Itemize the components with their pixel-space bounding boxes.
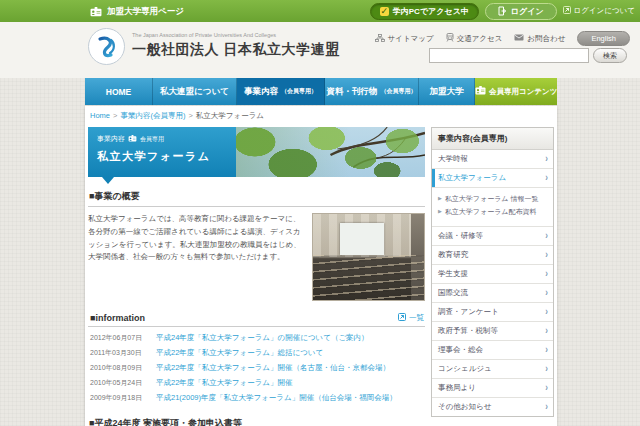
triangle-bullet-icon [438,194,442,204]
sidebar-item-international-exchange[interactable]: 国際交流 [432,284,553,303]
search-input[interactable] [429,48,589,63]
page-title-banner: 事業内容 会員専用 私立大学フォーラム [88,127,425,177]
chevron-right-icon [545,363,548,374]
tab-business[interactable]: 事業内容 （会員専用） [237,78,325,105]
breadcrumb-current: 私立大学フォーラム [196,111,264,120]
tab-home[interactable]: HOME [85,78,153,105]
tab-member-universities[interactable]: 加盟大学 [419,78,475,105]
chevron-right-icon [545,230,548,241]
chevron-right-icon [545,153,548,164]
tab-publications[interactable]: 資料・刊行物 （会員専用） [325,78,419,105]
sidebar-item-education-research[interactable]: 教育研究 [432,246,553,265]
triangle-bullet-icon [438,207,442,217]
sidebar-item-government-budget-tax[interactable]: 政府予算・税制等 [432,322,553,341]
sidebar: 事業内容(会員専用) 大学時報 私立大学フォーラム 私立大学フォーラム 情報一覧… [431,125,554,426]
sidebar-item-board-general-meeting[interactable]: 理事会・総会 [432,341,553,360]
member-page-label: 加盟大学専用ページ [107,6,184,18]
tab-members-only-content[interactable]: 会員専用コンテンツ [475,78,557,105]
contact-link[interactable]: お問合わせ [514,34,565,44]
breadcrumb-separator: > [113,111,117,120]
chevron-right-icon [545,268,548,279]
sidebar-menu: 事業内容(会員専用) 大学時報 私立大学フォーラム 私立大学フォーラム 情報一覧… [431,127,554,417]
lecture-seats [313,255,424,300]
news-date: 2012年06月07日 [90,333,156,343]
sidebar-item-concierge[interactable]: コンシェルジュ [432,360,553,379]
member-page-link[interactable]: 加盟大学専用ページ [90,3,184,21]
news-date: 2011年03月30日 [90,348,156,358]
sidebar-item-label: 私立大学フォーラム [438,173,506,182]
chevron-right-icon [545,306,548,317]
news-row: 2010年08月09日 平成22年度「私立大学フォーラム」開催（名古屋・仙台・京… [88,360,425,375]
sidebar-item-label: コンシェルジュ [438,364,492,373]
sidebar-item-label: その他お知らせ [438,402,491,411]
news-date: 2010年08月09日 [90,363,156,373]
breadcrumb-business[interactable]: 事業内容(会員専用) [120,111,185,120]
id-card-icon [90,3,102,21]
breadcrumb-home[interactable]: Home [90,111,110,120]
chevron-right-icon [545,172,548,183]
sidebar-item-label: 会議・研修等 [438,231,483,240]
sidebar-item-university-times[interactable]: 大学時報 [432,150,553,169]
about-login-link[interactable]: ログインについて [563,6,635,16]
login-door-icon [498,2,507,20]
list-icon [398,313,406,323]
sidebar-item-student-support[interactable]: 学生支援 [432,265,553,284]
news-link[interactable]: 平成22年度「私立大学フォーラム」開催（名古屋・仙台・京都会場） [156,363,390,373]
news-row: 2012年06月07日 平成24年度「私立大学フォーラム」の開催について（ご案内… [88,330,425,345]
information-list-link[interactable]: 一覧 [398,313,424,323]
sidebar-item-meetings-training[interactable]: 会議・研修等 [432,227,553,246]
mail-icon [514,34,524,43]
sidebar-item-label: 理事会・総会 [438,345,483,354]
news-link[interactable]: 平成24年度「私立大学フォーラム」の開催について（ご案内） [156,333,369,343]
sidebar-menu-title: 事業内容(会員専用) [432,128,553,150]
information-list-label: 一覧 [409,313,424,323]
news-row: 2009年09月18日 平成21(2009)年度「私立大学フォーラム」開催（仙台… [88,390,425,405]
campus-pc-access-label: 学内PCでアクセス中 [393,6,469,17]
sidebar-item-from-secretariat[interactable]: 事務局より [432,379,553,398]
breadcrumb: Home>事業内容(会員専用)>私立大学フォーラム [88,106,554,125]
tab-about-label: 私大連盟について [160,86,229,98]
transport-access-label: 交通アクセス [457,34,503,44]
about-login-label: ログインについて [574,6,635,16]
news-row: 2010年05月24日 平成22年度「私立大学フォーラム」開催 [88,375,425,390]
sidebar-item-other-notices[interactable]: その他お知らせ [432,398,553,416]
tab-publications-label: 資料・刊行物 [327,86,378,98]
sitemap-icon [375,34,385,44]
leaves-overlay [236,127,425,177]
chevron-right-icon [545,382,548,393]
news-link[interactable]: 平成22年度「私立大学フォーラム」総括について [156,348,323,358]
search-button[interactable]: 検索 [593,48,627,63]
global-nav: HOME 私大連盟について 事業内容 （会員専用） 資料・刊行物 （会員専用） … [85,78,557,105]
sidebar-submenu: 私立大学フォーラム 情報一覧 私立大学フォーラム配布資料 [432,188,553,227]
sidebar-subitem-label: 私立大学フォーラム 情報一覧 [445,192,539,205]
tab-publications-suffix: （会員専用） [381,87,417,96]
org-logo[interactable] [88,28,125,65]
english-button[interactable]: English [577,31,630,46]
sidebar-item-label: 教育研究 [438,250,468,259]
sidebar-subitem-forum-materials[interactable]: 私立大学フォーラム配布資料 [438,205,550,218]
login-button[interactable]: ログイン [485,3,557,20]
news-link[interactable]: 平成22年度「私立大学フォーラム」開催 [156,378,293,388]
lecture-hall-photo [312,213,425,301]
members-only-badge: 会員専用 [140,135,164,144]
sidebar-subitem-forum-info-list[interactable]: 私立大学フォーラム 情報一覧 [438,192,550,205]
chevron-right-icon [545,325,548,336]
news-date: 2010年05月24日 [90,378,156,388]
transport-access-link[interactable]: 交通アクセス [446,33,503,44]
lecture-screen [340,223,384,255]
sitemap-link[interactable]: サイトマップ [375,34,434,44]
sidebar-item-label: 調査・アンケート [438,307,499,316]
id-card-icon [475,86,486,97]
campus-pc-access-status-button[interactable]: 学内PCでアクセス中 [370,3,479,20]
news-row: 2011年03月30日 平成22年度「私立大学フォーラム」総括について [88,345,425,360]
contact-label: お問合わせ [527,34,565,44]
tab-about[interactable]: 私大連盟について [153,78,237,105]
sidebar-item-private-university-forum[interactable]: 私立大学フォーラム [432,169,553,188]
sidebar-item-label: 学生支援 [438,269,468,278]
news-link[interactable]: 平成21(2009)年度「私立大学フォーラム」開催（仙台会場・福岡会場） [156,393,397,403]
chevron-right-icon [545,287,548,298]
sidebar-item-surveys[interactable]: 調査・アンケート [432,303,553,322]
org-name-japanese: 一般社団法人 日本私立大学連盟 [132,41,339,59]
tab-members-only-label: 会員専用コンテンツ [489,87,557,97]
login-label: ログイン [511,6,544,17]
